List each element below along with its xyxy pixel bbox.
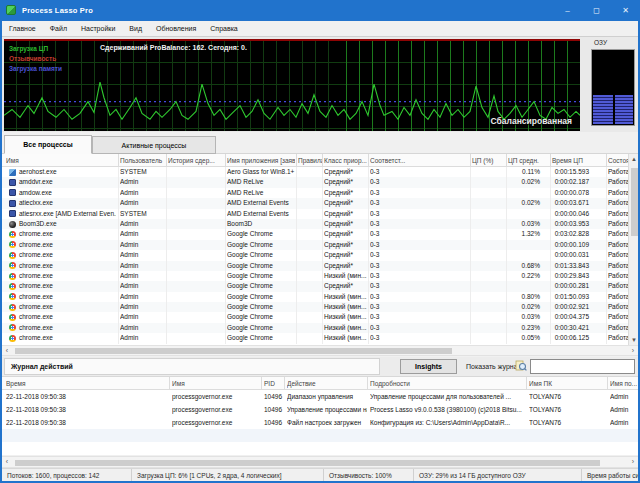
row-separator <box>225 292 226 302</box>
column-header-2[interactable]: История сдер... <box>168 154 223 167</box>
minimize-button[interactable]: – <box>553 0 582 21</box>
row-separator <box>322 271 323 281</box>
row-separator <box>225 302 226 312</box>
column-header-5[interactable]: Класс приор... <box>324 154 368 167</box>
log-horizontal-scrollbar[interactable]: ‹ › <box>2 456 638 468</box>
scroll-up-icon[interactable]: ▲ <box>629 154 639 164</box>
cell-user: Admin <box>610 390 638 403</box>
cell-pid: 10496 <box>264 390 284 403</box>
header-separator <box>284 377 285 389</box>
scroll-left-icon[interactable]: ‹ <box>2 457 12 467</box>
process-row[interactable]: Boom3D.exeAdminBoom3DСредний*0-30.03%0:0… <box>2 219 628 229</box>
menu-item-3[interactable]: Вид <box>122 21 149 36</box>
log-column-header-5[interactable]: Имя ПК <box>529 377 606 390</box>
process-row[interactable]: amddvr.exeAdminAMD ReLiveСредний*0-30.02… <box>2 177 628 187</box>
process-row[interactable]: aerohost.exeSYSTEMAero Glass for Win8.1+… <box>2 167 628 177</box>
show-log-button[interactable]: Показать журна. <box>466 359 519 374</box>
scroll-thumb[interactable] <box>631 168 638 236</box>
log-column-header-6[interactable]: Имя по... <box>610 377 638 390</box>
log-row[interactable]: 22-11-2018 09:50:38processgovernor.exe10… <box>2 416 638 429</box>
tab-active-processes[interactable]: Активные процессы <box>92 136 216 154</box>
close-button[interactable]: ✕ <box>611 0 640 21</box>
process-row[interactable]: chrome.exeAdminGoogle ChromeСредний*0-30… <box>2 240 628 250</box>
process-row[interactable]: chrome.exeAdminGoogle ChromeНизкий (мин.… <box>2 302 628 312</box>
column-header-4[interactable]: Правила <box>298 154 322 167</box>
log-column-header-3[interactable]: Действие <box>287 377 367 390</box>
cell-cls: Средний* <box>324 281 368 291</box>
column-header-7[interactable]: ЦП (%) <box>472 154 506 167</box>
app-window: Process Lasso Pro – ◻ ✕ ГлавноеФайлНастр… <box>0 0 640 483</box>
process-row[interactable]: amdow.exeAdminAMD ReLiveСредний*0-30:00:… <box>2 188 628 198</box>
row-separator <box>606 302 607 312</box>
cell-user: Admin <box>120 229 164 239</box>
cell-cls: Средний* <box>324 209 368 219</box>
row-separator <box>368 167 369 177</box>
cell-name: chrome.exe <box>6 312 116 322</box>
log-empty-row <box>2 429 638 442</box>
log-column-header-1[interactable]: Имя <box>172 377 260 390</box>
menu-item-1[interactable]: Файл <box>43 21 74 36</box>
process-table: ИмяПользовательИстория сдер...Имя прилож… <box>2 154 638 345</box>
process-row[interactable]: chrome.exeAdminGoogle ChromeСредний*0-30… <box>2 281 628 291</box>
cell-pid: 10496 <box>264 416 284 429</box>
cell-app: Google Chrome <box>227 312 295 322</box>
row-separator <box>506 250 507 260</box>
insights-button[interactable]: Insights <box>400 359 457 374</box>
column-header-9[interactable]: Время ЦП <box>552 154 591 167</box>
row-separator <box>166 271 167 281</box>
log-search-input[interactable] <box>530 359 635 374</box>
row-separator <box>225 312 226 322</box>
process-row[interactable]: chrome.exeAdminGoogle ChromeНизкий (мин.… <box>2 312 628 322</box>
process-row[interactable]: chrome.exeAdminGoogle ChromeНизкий (мин.… <box>2 292 628 302</box>
process-row[interactable]: atieclxx.exeAdminAMD External EventsСред… <box>2 198 628 208</box>
row-separator <box>550 261 551 271</box>
cell-history <box>168 271 223 281</box>
column-header-1[interactable]: Пользователь <box>120 154 164 167</box>
row-separator <box>506 323 507 333</box>
scroll-right-icon[interactable]: › <box>628 346 638 355</box>
process-row[interactable]: chrome.exeAdminGoogle ChromeСредний*0-30… <box>2 250 628 260</box>
log-column-header-2[interactable]: PID <box>264 377 284 390</box>
process-row[interactable]: chrome.exeAdminGoogle ChromeНизкий (мин.… <box>2 333 628 343</box>
maximize-button[interactable]: ◻ <box>582 0 611 21</box>
cpu-history-graph[interactable]: Загрузка ЦПОтзывчивостьЗагрузка памяти С… <box>4 39 580 131</box>
process-vertical-scrollbar[interactable]: ▲ ▼ <box>628 154 638 345</box>
cell-user: Admin <box>120 198 164 208</box>
row-separator <box>118 209 119 219</box>
row-separator <box>368 240 369 250</box>
process-row[interactable]: chrome.exeAdminGoogle ChromeСредний*0-31… <box>2 229 628 239</box>
process-row[interactable]: chrome.exeAdminGoogle ChromeНизкий (мин.… <box>2 323 628 333</box>
process-row[interactable]: chrome.exeAdminGoogle ChromeСредний*0-30… <box>2 261 628 271</box>
column-header-8[interactable]: ЦП средн. <box>508 154 550 167</box>
process-row[interactable]: chrome.exeAdminGoogle ChromeНизкий (мин.… <box>2 271 628 281</box>
column-header-0[interactable]: Имя <box>6 154 116 167</box>
title-bar[interactable]: Process Lasso Pro – ◻ ✕ <box>0 0 640 21</box>
process-row[interactable]: atiesrxx.exe [AMD External Even...SYSTEM… <box>2 209 628 219</box>
tab-all-processes[interactable]: Все процессы <box>4 135 92 154</box>
scroll-thumb[interactable] <box>15 460 600 466</box>
menu-item-0[interactable]: Главное <box>2 21 43 36</box>
column-header-6[interactable]: Соответст... <box>370 154 470 167</box>
chrome-icon <box>9 324 16 331</box>
row-separator <box>118 333 119 343</box>
scroll-thumb[interactable] <box>15 348 452 354</box>
ram-label: ОЗУ <box>594 39 607 46</box>
cell-state: Работает <box>608 188 628 198</box>
cell-rules <box>298 219 322 229</box>
log-column-header-0[interactable]: Время <box>6 377 168 390</box>
cell-cpu <box>472 271 506 281</box>
power-profile-label: Сбалансированная <box>491 116 572 126</box>
chrome-icon <box>9 231 16 238</box>
log-row[interactable]: 22-11-2018 09:50:38processgovernor.exe10… <box>2 403 638 416</box>
scroll-left-icon[interactable]: ‹ <box>2 346 12 355</box>
scroll-right-icon[interactable]: › <box>628 457 638 467</box>
process-horizontal-scrollbar[interactable]: ‹ › <box>2 345 638 356</box>
cell-history <box>168 240 223 250</box>
scroll-down-icon[interactable]: ▼ <box>629 335 639 345</box>
log-column-header-4[interactable]: Подробности <box>370 377 525 390</box>
menu-item-5[interactable]: Справка <box>203 21 244 36</box>
menu-item-4[interactable]: Обновления <box>149 21 203 36</box>
menu-item-2[interactable]: Настройки <box>74 21 122 36</box>
log-row[interactable]: 22-11-2018 09:50:38processgovernor.exe10… <box>2 390 638 403</box>
column-header-3[interactable]: Имя приложения [заявленное] <box>227 154 295 167</box>
